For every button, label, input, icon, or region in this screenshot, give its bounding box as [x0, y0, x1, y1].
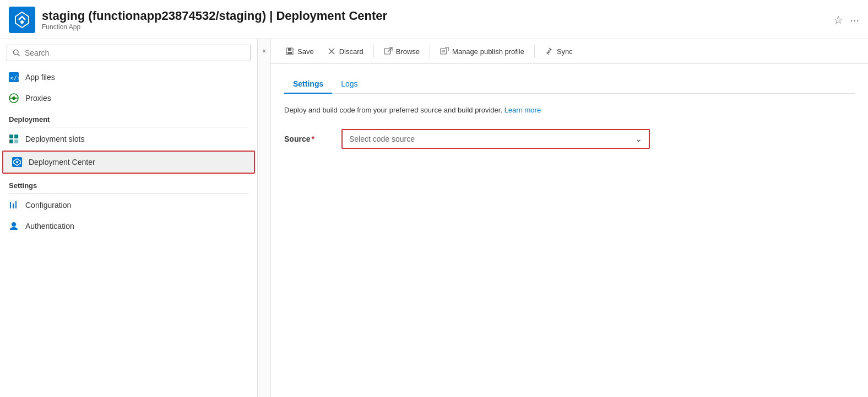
svg-line-28 [388, 47, 392, 52]
svg-rect-24 [287, 52, 292, 54]
page-title: staging (functionapp23874532/staging) | … [42, 9, 387, 23]
svg-rect-14 [14, 140, 18, 143]
source-label: Source* [284, 135, 328, 143]
browse-button[interactable]: Browse [378, 44, 425, 59]
slots-icon [9, 134, 19, 144]
proxy-icon [9, 93, 19, 103]
svg-rect-27 [384, 49, 390, 54]
section-settings-label: Settings [0, 175, 257, 192]
sidebar-item-label: Configuration [25, 201, 71, 210]
discard-icon [327, 47, 336, 56]
discard-label: Discard [339, 47, 364, 56]
toolbar: Save Discard Browse [271, 39, 868, 64]
sidebar-item-label: Deployment Center [29, 158, 95, 167]
sidebar-item-app-files[interactable]: </> App files [0, 67, 257, 88]
more-options-icon[interactable]: ··· [850, 14, 859, 26]
svg-line-4 [18, 54, 19, 56]
search-box[interactable] [7, 45, 251, 61]
browse-icon [384, 47, 393, 56]
sidebar-item-authentication[interactable]: Authentication [0, 216, 257, 237]
sidebar-item-label: Proxies [25, 94, 51, 103]
sidebar-item-proxies[interactable]: Proxies [0, 88, 257, 109]
sidebar-item-deployment-slots[interactable]: Deployment slots [0, 128, 257, 149]
toolbar-divider [373, 45, 374, 58]
save-icon [285, 47, 294, 56]
svg-rect-19 [13, 203, 14, 208]
discard-button[interactable]: Discard [322, 44, 369, 59]
sync-label: Sync [557, 47, 573, 56]
sidebar-item-configuration[interactable]: Configuration [0, 195, 257, 216]
sidebar-item-label: App files [25, 73, 55, 82]
svg-rect-29 [441, 49, 447, 54]
tab-settings[interactable]: Settings [284, 75, 332, 94]
app-type-label: Function App [42, 23, 387, 31]
manage-profile-icon [440, 47, 449, 56]
svg-point-17 [16, 161, 18, 163]
sidebar-item-deployment-center[interactable]: Deployment Center [2, 151, 255, 174]
toolbar-divider-3 [534, 45, 535, 58]
toolbar-divider-2 [430, 45, 430, 58]
code-icon: </> [9, 72, 19, 82]
description-text: Deploy and build code from your preferre… [284, 106, 502, 114]
search-input[interactable] [25, 49, 245, 57]
svg-rect-12 [14, 135, 18, 138]
section-divider-2 [9, 193, 248, 194]
content-body: Settings Logs Deploy and build code from… [271, 64, 868, 397]
main-layout: </> App files Proxies Deployment [0, 39, 868, 397]
browse-label: Browse [396, 47, 420, 56]
section-divider [9, 127, 248, 127]
svg-rect-13 [9, 140, 13, 143]
source-select[interactable]: Select code source GitHub Azure Repos Bi… [343, 130, 649, 148]
svg-rect-0 [9, 7, 35, 33]
manage-publish-profile-label: Manage publish profile [452, 47, 524, 56]
svg-text:</>: </> [10, 74, 19, 82]
header-text-block: staging (functionapp23874532/staging) | … [42, 9, 387, 31]
search-icon [13, 49, 20, 57]
save-label: Save [297, 47, 314, 56]
tab-logs[interactable]: Logs [332, 75, 366, 94]
save-button[interactable]: Save [280, 44, 319, 59]
sync-icon [545, 47, 554, 56]
config-icon [9, 200, 19, 210]
deploy-center-icon [12, 157, 22, 167]
svg-rect-18 [10, 202, 11, 208]
svg-rect-11 [9, 135, 13, 138]
sidebar-item-label: Authentication [25, 222, 74, 230]
content-area: Save Discard Browse [271, 39, 868, 397]
svg-rect-23 [288, 48, 291, 51]
source-form-row: Source* Select code source GitHub Azure … [284, 129, 855, 149]
sidebar-collapse-button[interactable]: « [258, 39, 271, 397]
section-deployment-label: Deployment [0, 109, 257, 126]
auth-icon [9, 221, 19, 231]
description-row: Deploy and build code from your preferre… [284, 105, 855, 116]
source-select-wrapper[interactable]: Select code source GitHub Azure Repos Bi… [341, 129, 650, 149]
sidebar-item-label: Deployment slots [25, 135, 84, 143]
svg-point-2 [20, 20, 24, 24]
app-icon [9, 7, 35, 33]
header-actions: ☆ ··· [833, 13, 859, 26]
tabs-container: Settings Logs [284, 75, 855, 94]
favorite-star-icon[interactable]: ☆ [833, 13, 843, 26]
svg-point-8 [12, 96, 15, 100]
svg-point-21 [12, 222, 16, 227]
page-header: staging (functionapp23874532/staging) | … [0, 0, 868, 39]
svg-rect-20 [15, 201, 17, 208]
manage-publish-profile-button[interactable]: Manage publish profile [435, 44, 530, 59]
learn-more-link[interactable]: Learn more [504, 106, 541, 114]
sidebar: </> App files Proxies Deployment [0, 39, 258, 397]
required-indicator: * [311, 135, 314, 143]
sync-button[interactable]: Sync [539, 44, 578, 59]
